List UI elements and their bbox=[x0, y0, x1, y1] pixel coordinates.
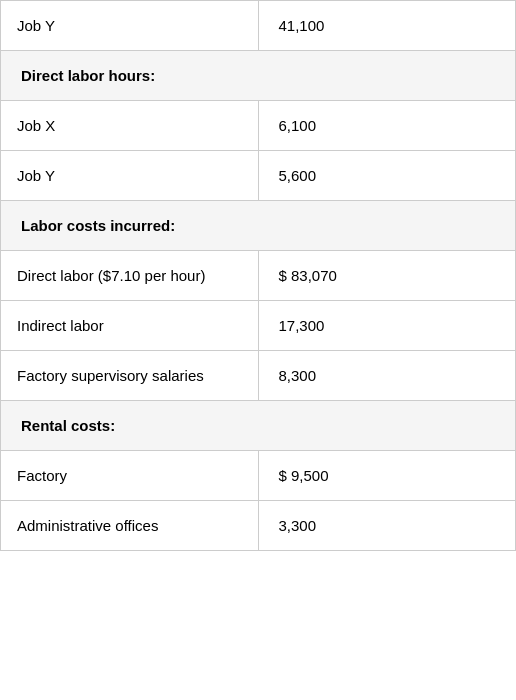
rental-costs-header: Rental costs: bbox=[1, 401, 516, 451]
job-x-hours-label: Job X bbox=[1, 101, 259, 151]
factory-supervisory-label: Factory supervisory salaries bbox=[1, 351, 259, 401]
direct-labor-value: $ 83,070 bbox=[258, 251, 516, 301]
direct-labor: Direct labor ($7.10 per hour) $ 83,070 bbox=[1, 251, 516, 301]
direct-labor-hours-header: Direct labor hours: bbox=[1, 51, 516, 101]
labor-costs-header: Labor costs incurred: bbox=[1, 201, 516, 251]
job-y-hours-value: 5,600 bbox=[258, 151, 516, 201]
job-y-row1: Job Y 41,100 bbox=[1, 1, 516, 51]
direct-labor-hours-header-label: Direct labor hours: bbox=[1, 51, 516, 101]
labor-costs-header-label: Labor costs incurred: bbox=[1, 201, 516, 251]
factory-rental-label: Factory bbox=[1, 451, 259, 501]
main-table: Job Y 41,100 Direct labor hours: Job X 6… bbox=[0, 0, 516, 551]
job-y-hours: Job Y 5,600 bbox=[1, 151, 516, 201]
job-y-row1-label: Job Y bbox=[1, 1, 259, 51]
job-y-hours-label: Job Y bbox=[1, 151, 259, 201]
job-x-hours-value: 6,100 bbox=[258, 101, 516, 151]
job-y-row1-value: 41,100 bbox=[258, 1, 516, 51]
admin-offices: Administrative offices 3,300 bbox=[1, 501, 516, 551]
rental-costs-header-label: Rental costs: bbox=[1, 401, 516, 451]
indirect-labor-label: Indirect labor bbox=[1, 301, 259, 351]
factory-supervisory: Factory supervisory salaries 8,300 bbox=[1, 351, 516, 401]
factory-supervisory-value: 8,300 bbox=[258, 351, 516, 401]
admin-offices-value: 3,300 bbox=[258, 501, 516, 551]
indirect-labor: Indirect labor 17,300 bbox=[1, 301, 516, 351]
factory-rental-value: $ 9,500 bbox=[258, 451, 516, 501]
job-x-hours: Job X 6,100 bbox=[1, 101, 516, 151]
indirect-labor-value: 17,300 bbox=[258, 301, 516, 351]
direct-labor-label: Direct labor ($7.10 per hour) bbox=[1, 251, 259, 301]
admin-offices-label: Administrative offices bbox=[1, 501, 259, 551]
factory-rental: Factory $ 9,500 bbox=[1, 451, 516, 501]
